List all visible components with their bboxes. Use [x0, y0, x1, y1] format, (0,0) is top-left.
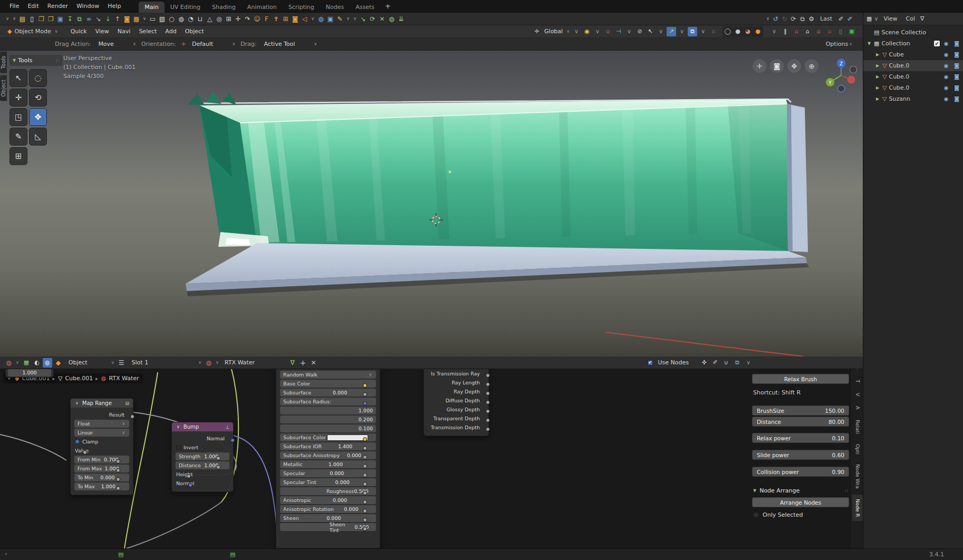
sidebar-slider[interactable]: Distance80.00 [752, 417, 849, 427]
proportional-editing-icon[interactable]: ⊘ [635, 27, 644, 36]
node-value-row[interactable]: Base Color [280, 380, 376, 388]
tool-annotate[interactable]: ✎ [9, 128, 27, 146]
camera-visibility-icon[interactable]: ◙ [952, 74, 961, 80]
outliner-row-cube-001[interactable]: ▶ ▽ Cube.0 ◉ ◙ [863, 60, 963, 71]
shading-solid-icon[interactable]: ● [733, 27, 743, 36]
add-monkey-icon[interactable]: ☺ [253, 14, 262, 24]
fake-user-shield-icon[interactable]: ∇ [288, 358, 297, 368]
input-socket[interactable] [188, 483, 192, 487]
sidebar-tab[interactable]: A [852, 402, 863, 414]
eye-icon[interactable]: ◉ [942, 96, 950, 102]
drag-tool-dropdown[interactable]: Active Tool [261, 41, 311, 47]
node-value-row[interactable]: Specular 0.000 [280, 469, 376, 477]
slot-list-icon[interactable]: ☰ [117, 358, 126, 368]
outliner-header-item[interactable]: Col [903, 15, 918, 22]
sss-method-dropdown[interactable]: Random Walk∨ [280, 371, 376, 379]
pin-icon[interactable]: ✜ [699, 358, 709, 368]
tool-measure[interactable]: ◺ [29, 128, 47, 146]
add-circle-icon[interactable]: ○ [167, 14, 176, 24]
input-socket[interactable] [363, 446, 367, 450]
editor-type-icon[interactable]: ◍ [4, 358, 13, 368]
input-socket[interactable] [363, 464, 367, 468]
chevron-down-icon[interactable]: ∨ [345, 14, 351, 24]
expand-icon[interactable]: ▶ [875, 52, 880, 57]
menu-item[interactable]: File [5, 1, 23, 11]
sidebar-tab[interactable]: Node R [852, 495, 863, 521]
data-type-dropdown[interactable]: Float∨ [74, 420, 129, 428]
invert-checkbox[interactable] [176, 445, 181, 450]
node-value-row[interactable]: Subsurface Radius: [280, 398, 376, 405]
house-brick-icon[interactable]: ⌂ [825, 27, 834, 36]
input-socket[interactable] [363, 491, 367, 495]
shader-ball-icon[interactable]: ◍ [43, 358, 52, 368]
material-name-field[interactable]: RTX Water [222, 359, 286, 366]
apply-scale-icon[interactable]: ✕ [378, 14, 387, 24]
viewport-menu-item[interactable]: Select [134, 26, 161, 36]
drag-action-dropdown[interactable]: Move [95, 41, 130, 47]
output-socket[interactable] [486, 418, 490, 422]
node-value-row[interactable]: Sheen 0.000 [280, 514, 376, 522]
snap-magnet-icon[interactable]: ∪ [603, 27, 613, 36]
viewport-side-tab[interactable]: Object [0, 75, 7, 101]
node-value-row[interactable]: From Max1.000 [74, 465, 129, 472]
color-swatch[interactable] [327, 435, 368, 441]
workspace-tab[interactable]: Animation [242, 2, 283, 13]
chevron-down-icon[interactable]: ∨ [141, 14, 148, 24]
viewport-menu-item[interactable]: Navi [113, 26, 135, 36]
node-value-row[interactable]: Strength1.000 [176, 452, 229, 460]
input-socket[interactable] [363, 401, 367, 405]
outliner-header-item[interactable]: ∨ [874, 15, 878, 22]
breadcrumb-item[interactable]: ▽ Cube.001 ▸ [58, 375, 98, 382]
node-value-row[interactable]: Roughness 0.500 [280, 487, 376, 495]
input-socket[interactable] [363, 500, 367, 504]
clamp-checkbox[interactable] [75, 439, 80, 444]
add-uvsphere-icon[interactable]: ◍ [177, 14, 186, 24]
sidebar-slider[interactable]: Slide power0.60 [752, 450, 849, 460]
folder-recent-icon[interactable]: ❒ [46, 14, 55, 24]
menu-item[interactable]: Window [72, 1, 103, 11]
eye-icon[interactable]: ◉ [942, 52, 950, 57]
viewport-3d[interactable]: ToolsObject User Perspective (1) Collect… [0, 51, 863, 356]
pivot-point-icon[interactable]: ◉ [582, 27, 592, 36]
node-value-row[interactable]: Anisotropic 0.000 [280, 496, 376, 504]
input-socket[interactable] [116, 459, 120, 464]
unlink-material-button[interactable]: ✕ [309, 358, 318, 368]
add-text-icon[interactable]: F [262, 14, 271, 24]
shading-material-icon[interactable]: ◕ [743, 27, 753, 36]
orientation-dropdown[interactable]: Default [189, 41, 229, 47]
add-grid-icon[interactable]: ⊞ [224, 14, 233, 24]
house-red-icon[interactable]: ⌂ [792, 27, 801, 36]
chevron-down-icon[interactable]: ∨ [765, 14, 771, 24]
node-principled-bsdf[interactable]: Random Walk∨ Base Color Subsurface [276, 365, 380, 548]
matcap-icon[interactable]: ◐ [32, 358, 42, 368]
export-icon[interactable]: ↑ [113, 14, 122, 24]
chevron-down-icon[interactable]: ∨ [698, 27, 708, 36]
cursor-select-icon[interactable]: ↖ [646, 27, 655, 36]
save-icon[interactable]: ▣ [56, 14, 65, 24]
add-lattice-icon[interactable]: ⊞ [281, 14, 290, 24]
outliner-row-scene-collection[interactable]: ▤ Scene Collectio [863, 27, 963, 38]
add-speaker-icon[interactable]: ◁ [300, 14, 309, 24]
chevron-down-icon[interactable]: ∨ [769, 27, 779, 36]
breadcrumb-item[interactable]: ◍ RTX Water [101, 375, 139, 382]
interpolation-dropdown[interactable]: Linear∨ [74, 429, 129, 437]
input-socket[interactable] [116, 486, 120, 490]
shader-editor[interactable]: ◍ ∨ ▦◐◍ ◆ Object ∨ ☰ Slot 1 ∨ ◍ ∨ RTX Wa… [0, 356, 863, 548]
outliner-row-suzanne[interactable]: ▶ ▽ Suzann ◉ ◙ [863, 93, 963, 104]
add-cube-icon[interactable]: ▧ [158, 14, 167, 24]
add-torus-icon[interactable]: ◎ [215, 14, 224, 24]
output-socket[interactable] [230, 438, 235, 442]
pan-view-icon[interactable]: ✥ [787, 59, 801, 73]
outliner-header-item[interactable]: ▦ [866, 15, 872, 22]
node-value-row[interactable]: From Min0.700 [74, 456, 129, 464]
chevron-down-icon[interactable]: ∨ [744, 358, 753, 368]
eyedropper-icon[interactable]: ✐ [710, 358, 720, 368]
sidebar-tab[interactable]: Relati [852, 416, 863, 438]
output-socket[interactable] [486, 382, 490, 387]
orbit-gizmo-icon[interactable]: ✛ [753, 59, 766, 73]
input-socket[interactable] [216, 465, 220, 469]
tool-move[interactable]: ✛ [9, 89, 27, 107]
append-icon[interactable]: ↘ [94, 14, 103, 24]
add-curve-icon[interactable]: ↷ [243, 14, 252, 24]
node-value-row[interactable]: Specular Tint 0.000 [280, 478, 376, 486]
